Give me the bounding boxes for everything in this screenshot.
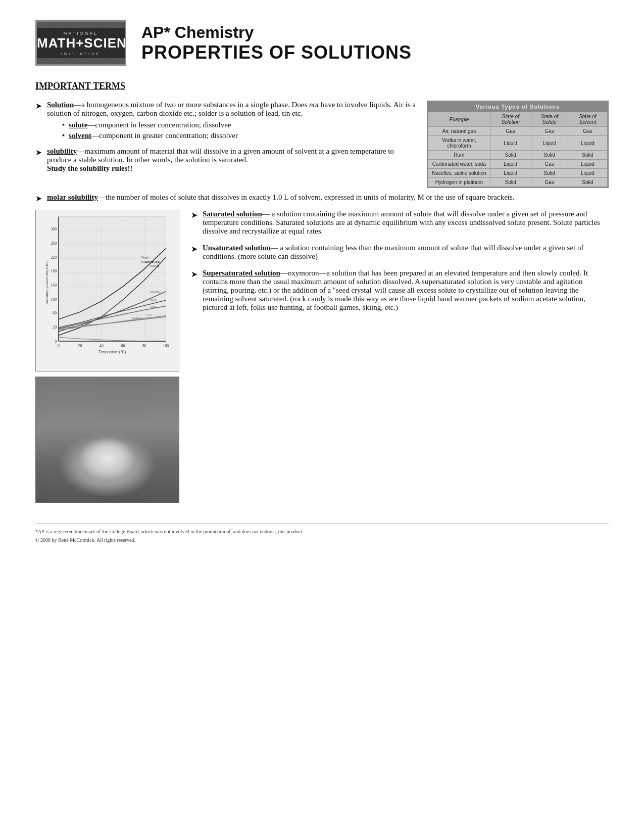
solubility-content: solubility—maximum amount of material th…	[47, 147, 417, 176]
arrow-icon: ➤	[35, 148, 42, 157]
chart-svg: 0 20 60 100 140 180 220 260 300 0 20 40 …	[38, 214, 177, 356]
svg-text:100: 100	[51, 297, 57, 302]
col-example: Example	[428, 112, 490, 127]
supersaturated-photo	[35, 377, 179, 503]
solubility-chart: 0 20 60 100 140 180 220 260 300 0 20 40 …	[35, 210, 179, 372]
svg-text:20: 20	[53, 325, 57, 330]
supersaturated-content: Supersaturated solution—oxymoron—a solut…	[203, 269, 609, 315]
svg-text:300: 300	[51, 227, 57, 231]
solubility-term: ➤ solubility—maximum amount of material …	[35, 147, 417, 176]
important-terms-heading: IMPORTANT TERMS	[35, 81, 609, 91]
solution-block: Various Types of Solutions Example State…	[35, 101, 609, 193]
arrow-icon: ➤	[191, 244, 197, 254]
term-solvent: solvent	[69, 131, 91, 140]
term-solution: Solution	[47, 101, 74, 109]
table-header-row: Example State of Solution State of Solut…	[428, 112, 608, 127]
arrow-icon: ➤	[35, 101, 42, 111]
footer-line1: *AP is a registered trademark of the Col…	[35, 529, 609, 534]
solution-content: Solution—a homogeneous mixture of two or…	[47, 101, 417, 142]
svg-text:220: 220	[51, 255, 57, 260]
svg-text:60: 60	[53, 311, 57, 315]
table-row: Air, natural gasGasGasGas	[428, 127, 608, 136]
chart-photo-col: 0 20 60 100 140 180 220 260 300 0 20 40 …	[35, 210, 182, 503]
term-molar-solubility: molar solubility	[47, 193, 98, 201]
svg-text:140: 140	[51, 283, 57, 288]
photo-image	[36, 377, 179, 502]
svg-text:Solubility (g solute/100g H₂O): Solubility (g solute/100g H₂O)	[45, 261, 49, 304]
term-unsaturated: Unsaturated solution	[203, 244, 271, 252]
logo-main: MATH+SCIENCE	[37, 36, 125, 51]
svg-text:NaNO₃: NaNO₃	[150, 290, 161, 294]
svg-text:KBr: KBr	[150, 305, 156, 308]
svg-text:260: 260	[51, 241, 57, 246]
svg-text:Sugar: Sugar	[141, 255, 150, 259]
svg-text:NaBr: NaBr	[150, 298, 158, 302]
important-terms-section: IMPORTANT TERMS Various Types of Solutio…	[35, 81, 609, 503]
arrow-icon: ➤	[191, 269, 197, 279]
table-row: RumSolidSolidSolid	[428, 151, 608, 160]
molar-solubility-content: molar solubility—the number of moles of …	[47, 193, 609, 205]
table-title: Various Types of Solutions	[428, 102, 608, 112]
saturated-content: Saturated solution— a solution containin…	[203, 210, 609, 239]
col-solute: State of Solute	[531, 112, 568, 127]
svg-text:Temperature (°C): Temperature (°C)	[98, 350, 126, 354]
col-solvent: State of Solvent	[568, 112, 607, 127]
definitions-col: ➤ Saturated solution— a solution contain…	[191, 210, 609, 320]
svg-text:20: 20	[78, 344, 82, 348]
title-line1: AP* Chemistry	[141, 23, 412, 42]
svg-text:100: 100	[163, 344, 169, 348]
solutions-data-table: Example State of Solution State of Solut…	[428, 112, 608, 187]
table-row: Carbonated water, sodaLiquidGasLiquid	[428, 160, 608, 169]
solubility-note: Study the solubility rules!!	[47, 164, 133, 172]
list-item-solvent: solvent—component in greater concentrati…	[62, 131, 417, 140]
molar-solubility-term: ➤ molar solubility—the number of moles o…	[35, 193, 609, 205]
svg-text:0: 0	[58, 344, 60, 348]
svg-text:KCl: KCl	[146, 313, 152, 316]
list-item-solute: solute—component in lesser concentration…	[62, 121, 417, 129]
term-supersaturated: Supersaturated solution	[203, 269, 280, 277]
header: NATIONAL MATH+SCIENCE INITIATIVE AP* Che…	[35, 20, 609, 66]
logo: NATIONAL MATH+SCIENCE INITIATIVE	[35, 20, 126, 66]
solution-term: ➤ Solution—a homogeneous mixture of two …	[35, 101, 417, 142]
table-row: Nacelles, saline solutionLiquidSolidLiqu…	[428, 169, 608, 178]
arrow-icon: ➤	[191, 210, 197, 220]
col-solution: State of Solution	[490, 112, 531, 127]
supersaturated-term: ➤ Supersaturated solution—oxymoron—a sol…	[191, 269, 609, 315]
arrow-icon: ➤	[35, 194, 42, 203]
logo-sub: INITIATIVE	[37, 52, 125, 56]
table-row: Hydrogen in platinumSolidGasSolid	[428, 178, 608, 187]
svg-text:KNO₃: KNO₃	[150, 264, 159, 267]
svg-text:40: 40	[100, 344, 104, 348]
unsaturated-content: Unsaturated solution— a solution contain…	[203, 244, 609, 264]
footer: *AP is a registered trademark of the Col…	[35, 523, 609, 543]
unsaturated-term: ➤ Unsaturated solution— a solution conta…	[191, 244, 609, 264]
footer-line2: © 2008 by René McCormick. All rights res…	[35, 537, 609, 543]
term-saturated: Saturated solution	[203, 210, 262, 218]
page-title: AP* Chemistry PROPERTIES OF SOLUTIONS	[141, 23, 412, 63]
table-row: Vodka in water, chloroformLiquidLiquidLi…	[428, 136, 608, 151]
svg-text:(C₁₂H₂₂O₁₁): (C₁₂H₂₂O₁₁)	[141, 260, 160, 264]
solutions-table: Various Types of Solutions Example State…	[427, 101, 609, 188]
svg-text:60: 60	[121, 344, 125, 348]
svg-text:0: 0	[55, 339, 57, 344]
term-solute: solute	[69, 121, 88, 129]
title-line2: PROPERTIES OF SOLUTIONS	[141, 42, 412, 63]
sub-terms-list: solute—component in lesser concentration…	[62, 121, 417, 140]
svg-text:80: 80	[142, 344, 146, 348]
chart-definitions-section: 0 20 60 100 140 180 220 260 300 0 20 40 …	[35, 210, 609, 503]
svg-text:180: 180	[51, 269, 57, 273]
saturated-term: ➤ Saturated solution— a solution contain…	[191, 210, 609, 239]
term-solubility: solubility	[47, 147, 77, 155]
